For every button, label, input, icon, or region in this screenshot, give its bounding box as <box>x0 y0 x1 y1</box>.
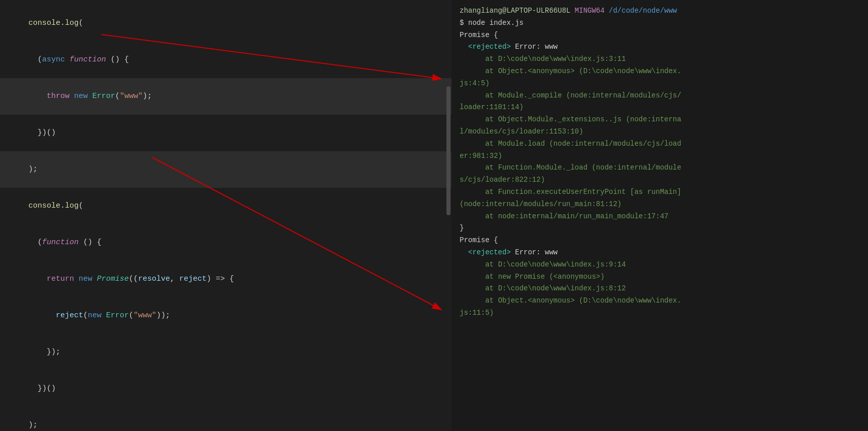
code-line-4: })() <box>0 115 452 151</box>
scrollbar[interactable] <box>446 86 450 216</box>
code-line-8: return new Promise((resolve, reject) => … <box>0 261 452 297</box>
terminal-line-at8: at node:internal/main/run_main_module:17… <box>460 211 860 223</box>
terminal-line-at10: at new Promise (<anonymous>) <box>460 271 860 283</box>
code-line-12: ); <box>0 407 452 431</box>
terminal-line-promise1-open: Promise { <box>460 29 860 42</box>
code-line-10: }); <box>0 334 452 371</box>
code-line-5: ); <box>0 151 452 188</box>
code-editor: console.log( (async function () { throw … <box>0 0 452 431</box>
terminal-line-at5-cont: er:981:32) <box>460 150 860 162</box>
terminal-line-at4: at Object.Module._extensions..js (node:i… <box>460 114 860 126</box>
code-line-1: console.log( <box>0 5 452 42</box>
terminal-line-at11: at D:\code\node\www\index.js:8:12 <box>460 283 860 295</box>
code-line-7: (function () { <box>0 224 452 261</box>
terminal-line-cmd: $ node index.js <box>460 17 860 29</box>
code-line-11: })() <box>0 371 452 407</box>
terminal-line-at3: at Module._compile (node:internal/module… <box>460 90 860 102</box>
terminal-line-at1: at D:\code\node\www\index.js:3:11 <box>460 53 860 65</box>
code-line-9: reject(new Error("www")); <box>0 297 452 334</box>
terminal-line-at12-cont: js:11:5) <box>460 307 860 319</box>
terminal-line-promise1-close: } <box>460 222 860 235</box>
terminal-line-rejected2: <rejected> Error: www <box>460 247 860 259</box>
terminal-line-at7-cont: (node:internal/modules/run_main:81:12) <box>460 198 860 211</box>
terminal-line-at6: at Function.Module._load (node:internal/… <box>460 162 860 174</box>
terminal-line-at7: at Function.executeUserEntryPoint [as ru… <box>460 186 860 198</box>
terminal-line-rejected1: <rejected> Error: www <box>460 41 860 53</box>
code-token: console <box>28 19 60 27</box>
terminal-line-at4-cont: l/modules/cjs/loader:1153:10) <box>460 126 860 138</box>
terminal-line-at2: at Object.<anonymous> (D:\code\node\www\… <box>460 65 860 78</box>
terminal-line-at3-cont: loader:1101:14) <box>460 102 860 114</box>
terminal-panel: zhangliang@LAPTOP-ULR66U8L MINGW64 /d/co… <box>452 0 868 431</box>
terminal-line-promise2-open: Promise { <box>460 235 860 247</box>
terminal-line-at2-cont: js:4:5) <box>460 78 860 90</box>
terminal-line-at5: at Module.load (node:internal/modules/cj… <box>460 138 860 150</box>
code-line-2: (async function () { <box>0 42 452 78</box>
terminal-line-at9: at D:\code\node\www\index.js:9:14 <box>460 259 860 271</box>
terminal-line-at6-cont: s/cjs/loader:822:12) <box>460 174 860 186</box>
code-line-6: console.log( <box>0 188 452 224</box>
code-line-3: throw new Error("www"); <box>0 78 452 115</box>
terminal-line-user: zhangliang@LAPTOP-ULR66U8L MINGW64 /d/co… <box>460 5 860 17</box>
terminal-line-at12: at Object.<anonymous> (D:\code\node\www\… <box>460 295 860 307</box>
